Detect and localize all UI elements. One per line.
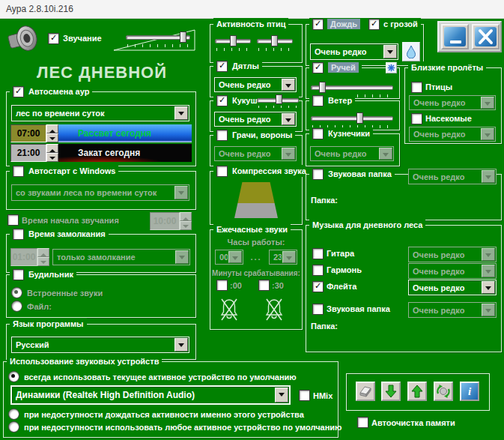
volume-slider[interactable]	[126, 31, 190, 48]
sunrise-banner: Рассвет сегодня	[58, 124, 192, 142]
refresh-button[interactable]	[434, 382, 453, 401]
volume-slider-ticks	[127, 44, 189, 47]
stream-checkbox[interactable]: ✓	[312, 62, 324, 73]
insects-frequency-value: Очень редко	[410, 130, 480, 139]
sound-folder-frequency-value: Очень редко	[409, 172, 481, 181]
silence-checkbox[interactable]: ✓	[13, 229, 24, 240]
bird-activity-slider-2[interactable]	[257, 35, 293, 52]
chevron-down-icon[interactable]	[174, 338, 188, 352]
silence-time-spinner: 01:00	[10, 248, 49, 266]
check-icon: ✓	[315, 19, 321, 28]
alarm-file-radio[interactable]	[11, 301, 22, 312]
woodpeckers-frequency-select[interactable]: Очень редко	[214, 77, 297, 92]
device-always-radio[interactable]	[8, 371, 19, 382]
language-select[interactable]: Русский	[11, 337, 189, 353]
chevron-down-icon[interactable]	[174, 106, 188, 120]
slider-thumb[interactable]	[319, 82, 326, 93]
guitar-frequency-select: Очень редко	[408, 247, 497, 262]
slider-ticks	[258, 48, 291, 51]
window-title: Аура 2.8.10i.216	[0, 4, 73, 14]
spin-down-icon[interactable]	[46, 153, 58, 162]
flyby-birds-checkbox[interactable]: ✓	[411, 82, 422, 93]
chevron-down-icon[interactable]	[383, 45, 397, 58]
info-button[interactable]: i	[460, 382, 479, 401]
stream-settings-button[interactable]	[386, 62, 397, 73]
rooks-checkbox[interactable]: ✓	[216, 130, 228, 141]
autoclean-checkbox[interactable]: ✓	[357, 417, 368, 428]
insects-checkbox[interactable]: ✓	[411, 113, 422, 124]
slider-track[interactable]	[311, 116, 393, 121]
rain-label: Дождь	[327, 19, 360, 29]
minute-00-checkbox[interactable]: ✓	[216, 280, 228, 291]
minimize-button[interactable]	[441, 24, 469, 49]
language-title: Язык программы	[13, 319, 84, 328]
sunrise-time-value: 07:00	[10, 124, 46, 142]
chevron-down-icon	[482, 265, 495, 277]
device-wait-radio[interactable]	[8, 409, 19, 420]
slider-thumb[interactable]	[356, 112, 363, 124]
device-select[interactable]: Динамики (Realtek High Definition Audio)	[10, 385, 291, 405]
autoswitch-mode-select[interactable]: лес по времени суток	[11, 105, 189, 121]
chevron-down-icon	[282, 251, 296, 263]
rain-checkbox[interactable]: ✓	[312, 19, 324, 30]
guitar-checkbox[interactable]: ✓	[312, 248, 324, 259]
spin-down-icon[interactable]	[46, 133, 58, 142]
wind-checkbox[interactable]: ✓	[312, 95, 324, 106]
hourly-hours-label: Часы работы:	[210, 238, 302, 247]
check-icon: ✓	[371, 19, 377, 28]
chevron-down-icon[interactable]	[282, 113, 295, 125]
spin-up-icon[interactable]	[46, 144, 58, 153]
sunrise-time-spinner[interactable]: 07:00	[10, 124, 58, 142]
device-any-radio[interactable]	[8, 421, 19, 433]
bird-activity-slider-1[interactable]	[215, 35, 251, 52]
spin-up-icon[interactable]	[46, 124, 58, 133]
import-button[interactable]	[381, 382, 401, 401]
flute-checkbox[interactable]: ✓	[312, 281, 324, 292]
group-alarm: ✓ Будильник Встроенные звуки Файл:	[6, 274, 196, 318]
cuckoos-checkbox[interactable]: ✓	[216, 95, 228, 106]
spin-up-icon	[37, 248, 49, 257]
flute-label: Флейта	[327, 282, 356, 291]
group-language: Язык программы Русский	[6, 324, 196, 360]
chevron-down-icon	[482, 248, 495, 261]
device-always-row: всегда использовать текущее активное уст…	[8, 371, 297, 382]
autoswitch-checkbox[interactable]: ✓	[13, 86, 24, 97]
flyby-birds-frequency-value: Очень редко	[410, 98, 480, 107]
slider-thumb[interactable]	[271, 35, 278, 46]
slider-thumb[interactable]	[230, 35, 237, 46]
guitar-label: Гитара	[327, 249, 354, 258]
autostart-checkbox[interactable]: ✓	[13, 166, 24, 177]
grasshoppers-checkbox[interactable]: ✓	[312, 128, 324, 139]
sound-folder-checkbox[interactable]: ✓	[312, 169, 324, 180]
chevron-down-icon[interactable]	[482, 281, 495, 294]
sunset-time-spinner[interactable]: 21:00	[10, 144, 58, 162]
harmonica-checkbox[interactable]: ✓	[312, 265, 324, 276]
slider-thumb[interactable]	[276, 94, 282, 104]
key-button[interactable]	[356, 382, 375, 401]
thunder-checkbox[interactable]: ✓	[368, 19, 380, 30]
woodpeckers-checkbox[interactable]: ✓	[216, 61, 228, 72]
alarm-checkbox[interactable]: ✓	[13, 269, 24, 280]
alarm-builtin-radio[interactable]	[11, 287, 22, 298]
rain-frequency-select[interactable]: Очень редко	[310, 43, 398, 60]
close-button[interactable]	[472, 24, 500, 49]
flute-frequency-select[interactable]: Очень редко	[408, 280, 497, 295]
chevron-down-icon[interactable]	[282, 79, 295, 91]
rain-sound-button[interactable]	[402, 42, 420, 61]
sound-folder-path-label: Папка:	[311, 196, 338, 205]
music-folder-checkbox[interactable]: ✓	[312, 304, 324, 315]
compression-checkbox[interactable]: ✓	[216, 166, 228, 177]
chevron-down-icon[interactable]	[275, 388, 288, 403]
start-time-checkbox[interactable]: ✓	[7, 214, 19, 226]
minute-30-checkbox[interactable]: ✓	[258, 280, 270, 291]
hours-range-dots: ...	[246, 253, 266, 262]
cuckoos-frequency-select[interactable]: Очень редко	[214, 112, 297, 127]
export-button[interactable]	[407, 382, 427, 401]
hmix-checkbox[interactable]: ✓	[299, 390, 310, 401]
sound-checkbox[interactable]: ✓	[48, 33, 59, 44]
cuckoos-volume-slider[interactable]	[257, 94, 299, 106]
chevron-down-icon	[481, 128, 494, 140]
wind-volume-slider[interactable]	[311, 112, 393, 129]
group-rooks: ✓ Грачи, вороны Очень редко	[210, 135, 303, 166]
volume-slider-thumb[interactable]	[180, 31, 186, 43]
